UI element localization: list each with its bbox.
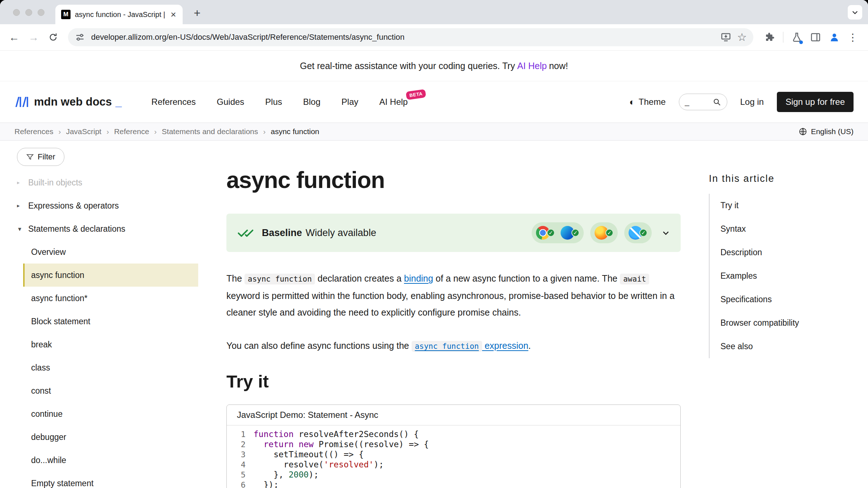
demo-code-editor[interactable]: 1 function resolveAfter2Seconds() { 2 re… xyxy=(227,425,680,488)
breadcrumb-javascript[interactable]: JavaScript xyxy=(66,127,109,136)
text: The xyxy=(226,273,244,283)
theme-toggle[interactable]: ◐ Theme xyxy=(629,97,665,108)
sidebar-item-class[interactable]: class xyxy=(23,356,212,379)
login-link[interactable]: Log in xyxy=(740,97,764,107)
sidebar-item-block-statement[interactable]: Block statement xyxy=(23,310,212,333)
check-badge: ✓ xyxy=(571,229,579,237)
breadcrumb-references[interactable]: References xyxy=(14,127,61,136)
sidebar-item-const[interactable]: const xyxy=(23,379,212,402)
promo-text-pre: Get real-time assistance with your codin… xyxy=(300,61,515,71)
toc-list: Try it Syntax Description Examples Speci… xyxy=(709,194,868,358)
code-token: }, xyxy=(254,470,289,479)
language-label: English (US) xyxy=(811,127,854,136)
chevron-right-icon: ▸ xyxy=(17,202,24,209)
search-input[interactable]: _ xyxy=(679,94,727,110)
bookmark-star-icon[interactable]: ☆ xyxy=(737,32,747,43)
forward-button[interactable]: → xyxy=(25,29,42,46)
code-token: 'resolved' xyxy=(324,460,374,469)
search-icon xyxy=(712,98,721,106)
toc-item-specifications[interactable]: Specifications xyxy=(710,288,868,311)
zoom-window-button[interactable] xyxy=(38,9,44,16)
sidebar-item-empty-statement[interactable]: Empty statement xyxy=(23,472,212,488)
baseline-label: Baseline xyxy=(262,227,302,239)
window-controls xyxy=(13,9,44,16)
site-info-icon[interactable] xyxy=(75,32,85,43)
toc-item-try-it[interactable]: Try it xyxy=(710,194,868,217)
sidebar-section-statements[interactable]: ▼ Statements & declarations xyxy=(17,217,212,240)
line-number: 5 xyxy=(227,470,246,479)
breadcrumb-statements[interactable]: Statements and declarations xyxy=(162,127,265,136)
side-panel-icon[interactable] xyxy=(810,32,821,43)
text: keyword is permitted within the function… xyxy=(226,291,675,317)
browser-menu-icon[interactable]: ⋮ xyxy=(848,31,858,43)
chevron-right-icon: ▸ xyxy=(17,179,24,186)
baseline-banner[interactable]: Baseline Widely available ✓ ✓ xyxy=(226,214,681,252)
sidebar-section-expressions[interactable]: ▸ Expressions & operators xyxy=(17,194,212,217)
inline-code: async function xyxy=(412,341,482,352)
baseline-check-icon xyxy=(237,228,254,238)
breadcrumb-bar: References JavaScript Reference Statemen… xyxy=(0,123,868,141)
language-switcher[interactable]: English (US) xyxy=(799,127,854,136)
nav-plus[interactable]: Plus xyxy=(265,97,282,107)
toc-item-examples[interactable]: Examples xyxy=(710,264,868,288)
toc-item-see-also[interactable]: See also xyxy=(710,335,868,358)
url-text[interactable]: developer.allizom.org/en-US/docs/Web/Jav… xyxy=(91,33,715,42)
address-bar[interactable]: developer.allizom.org/en-US/docs/Web/Jav… xyxy=(68,28,753,46)
code-token: resolveAfter2Seconds() { xyxy=(294,429,419,439)
mdn-logo[interactable]: mdn web docs _ xyxy=(14,95,122,108)
safari-support: ✓ xyxy=(629,226,647,240)
intro-paragraph: The async function declaration creates a… xyxy=(226,270,681,321)
nav-guides[interactable]: Guides xyxy=(217,97,244,107)
sidebar-item-async-function[interactable]: async function xyxy=(23,264,198,287)
new-tab-button[interactable]: + xyxy=(190,5,204,21)
nav-references[interactable]: References xyxy=(152,97,196,107)
filter-button[interactable]: Filter xyxy=(17,148,64,166)
code-token: ); xyxy=(374,460,384,469)
sidebar-item-do-while[interactable]: do...while xyxy=(23,449,212,472)
breadcrumb-current: async function xyxy=(271,127,319,136)
tab-title: async function - JavaScript | xyxy=(75,10,166,19)
text: declaration creates a xyxy=(315,273,404,283)
tab-close-icon[interactable]: × xyxy=(170,10,177,19)
chevron-down-icon[interactable] xyxy=(662,229,670,237)
toc-item-browser-compatibility[interactable]: Browser compatibility xyxy=(710,311,868,335)
theme-label: Theme xyxy=(639,97,666,107)
section-label: Built-in objects xyxy=(28,178,82,188)
browser-tab[interactable]: M async function - JavaScript | × xyxy=(55,5,183,24)
sidebar-item-break[interactable]: break xyxy=(23,333,212,356)
extensions-icon[interactable] xyxy=(764,32,775,43)
check-badge: ✓ xyxy=(639,229,647,237)
table-of-contents: In this article Try it Syntax Descriptio… xyxy=(681,141,868,488)
back-button[interactable]: ← xyxy=(6,29,22,46)
code-token xyxy=(254,440,264,449)
binding-link[interactable]: binding xyxy=(404,273,433,283)
sidebar-item-overview[interactable]: Overview xyxy=(23,240,212,264)
check-badge: ✓ xyxy=(605,229,613,237)
reload-button[interactable] xyxy=(45,29,61,46)
async-function-expression-link[interactable]: async function expression xyxy=(412,341,528,351)
minimize-window-button[interactable] xyxy=(25,9,32,16)
nav-play[interactable]: Play xyxy=(341,97,358,107)
sidebar-item-debugger[interactable]: debugger xyxy=(23,425,212,449)
code-token: new xyxy=(299,440,314,449)
code-line: 6 }); xyxy=(227,480,680,488)
signup-button[interactable]: Sign up for free xyxy=(777,92,854,112)
text: You can also define async functions usin… xyxy=(226,341,412,351)
chromium-support-pill: ✓ ✓ xyxy=(532,222,584,243)
header-right: ◐ Theme _ Log in Sign up for free xyxy=(629,92,854,112)
sidebar-section-built-in-objects[interactable]: ▸ Built-in objects xyxy=(17,171,212,194)
sidebar-item-continue[interactable]: continue xyxy=(23,402,212,425)
breadcrumb-reference[interactable]: Reference xyxy=(114,127,157,136)
profile-avatar[interactable] xyxy=(829,32,840,43)
tab-search-button[interactable] xyxy=(848,5,862,20)
toc-item-syntax[interactable]: Syntax xyxy=(710,217,868,241)
sidebar-item-async-function-star[interactable]: async function* xyxy=(23,287,212,310)
browser-toolbar: ← → developer.allizom.org/en-US/docs/Web… xyxy=(0,24,868,51)
nav-ai-help[interactable]: AI Help BETA xyxy=(379,97,408,107)
nav-blog[interactable]: Blog xyxy=(303,97,320,107)
labs-button[interactable] xyxy=(791,32,802,43)
install-icon[interactable] xyxy=(720,32,731,43)
ai-help-banner-link[interactable]: AI Help xyxy=(517,61,547,71)
close-window-button[interactable] xyxy=(13,9,20,16)
toc-item-description[interactable]: Description xyxy=(710,241,868,264)
